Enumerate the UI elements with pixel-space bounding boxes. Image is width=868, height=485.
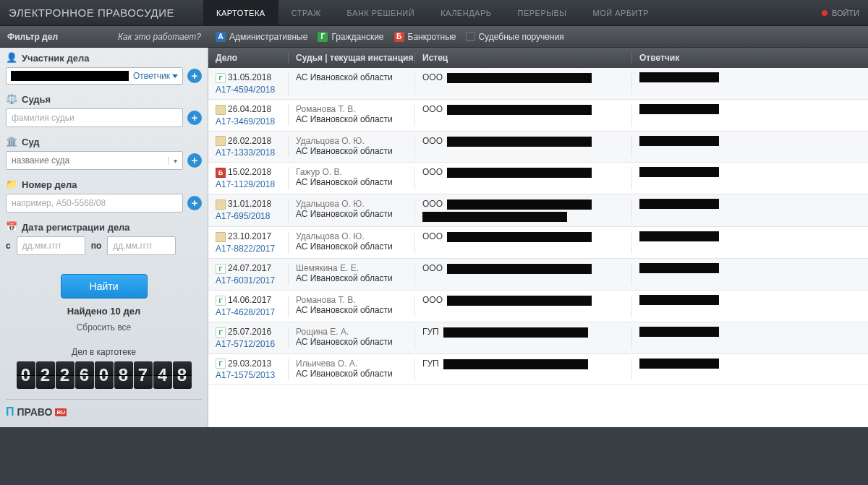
court-heading: Суд bbox=[22, 137, 40, 147]
caseno-input[interactable] bbox=[12, 198, 177, 208]
redacted-plaintiff bbox=[447, 232, 592, 242]
footer-logo[interactable]: П ПРАВО RU bbox=[6, 399, 202, 419]
col-otvetchik[interactable]: Ответчик bbox=[631, 53, 868, 63]
participant-input[interactable]: Ответчик bbox=[6, 67, 183, 85]
nav-strazh[interactable]: СТРАЖ bbox=[278, 0, 334, 26]
court-name: АС Ивановской области bbox=[296, 273, 414, 283]
col-delo[interactable]: Дело bbox=[208, 53, 288, 63]
filter-civil[interactable]: ГГражданские bbox=[318, 32, 383, 42]
calendar-icon: 📅 bbox=[6, 221, 17, 233]
case-number-link[interactable]: А17-4628/2017 bbox=[216, 307, 288, 317]
counter-digit: 0 bbox=[95, 361, 114, 389]
filter-orders[interactable]: Судебные поручения bbox=[466, 32, 563, 42]
judge-name: Удальцова О. Ю. bbox=[296, 199, 414, 209]
date-to-input[interactable] bbox=[113, 241, 170, 251]
case-type-icon: Г bbox=[216, 359, 226, 369]
court-icon: 🏛️ bbox=[6, 136, 17, 147]
redacted-plaintiff bbox=[447, 73, 592, 83]
add-caseno-button[interactable]: + bbox=[187, 196, 202, 210]
add-participant-button[interactable]: + bbox=[187, 69, 202, 83]
court-input[interactable] bbox=[7, 152, 168, 169]
court-name: АС Ивановской области bbox=[296, 369, 414, 379]
case-type-icon: Б bbox=[216, 168, 226, 178]
plaintiff-prefix: ГУП bbox=[422, 359, 439, 369]
column-headers: Дело Судья | текущая инстанция Истец Отв… bbox=[208, 48, 868, 68]
court-name: АС Ивановской области bbox=[296, 177, 414, 187]
plaintiff-prefix: ООО bbox=[422, 263, 443, 273]
redacted-plaintiff bbox=[443, 327, 588, 338]
plaintiff-prefix: ООО bbox=[422, 167, 443, 177]
case-type-icon: Г bbox=[216, 73, 226, 83]
case-counter: 022608748 bbox=[6, 361, 202, 389]
court-dropdown-icon[interactable]: ▾ bbox=[168, 157, 182, 165]
filter-admin[interactable]: ААдминистративные bbox=[216, 32, 307, 42]
redacted-plaintiff bbox=[447, 105, 592, 115]
participant-role-dropdown[interactable]: Ответчик bbox=[133, 71, 178, 81]
nav-moy[interactable]: МОЙ АРБИТР bbox=[580, 0, 663, 26]
table-row[interactable]: 26.04.2018А17-3469/2018Романова Т. В.АС … bbox=[208, 100, 868, 132]
redacted-plaintiff bbox=[447, 137, 592, 147]
redacted-defendant bbox=[639, 231, 719, 241]
case-number-link[interactable]: А17-695/2018 bbox=[216, 211, 288, 221]
redacted-defendant bbox=[639, 263, 719, 273]
case-number-link[interactable]: А17-1129/2018 bbox=[216, 179, 288, 189]
case-number-link[interactable]: А17-8822/2017 bbox=[216, 244, 288, 254]
reset-link[interactable]: Сбросить все bbox=[6, 322, 202, 332]
bank-badge-icon: Б bbox=[394, 32, 404, 42]
filter-bankrupt[interactable]: ББанкротные bbox=[394, 32, 456, 42]
gavel-icon: ⚖️ bbox=[6, 93, 17, 105]
plaintiff-prefix: ООО bbox=[422, 295, 443, 305]
plaintiff-prefix: ООО bbox=[422, 231, 443, 241]
case-number-link[interactable]: А17-1333/2018 bbox=[216, 147, 288, 158]
how-it-works-link[interactable]: Как это работает? bbox=[118, 32, 201, 42]
table-row[interactable]: 26.02.2018А17-1333/2018Удальцова О. Ю.АС… bbox=[208, 132, 868, 163]
court-name: АС Ивановской области bbox=[296, 209, 414, 219]
table-row[interactable]: Г24.07.2017А17-6031/2017Шемякина Е. Е.АС… bbox=[208, 259, 868, 291]
case-date: 23.10.2017 bbox=[228, 231, 271, 241]
redacted-defendant bbox=[639, 136, 719, 146]
case-number-link[interactable]: А17-5712/2016 bbox=[216, 339, 288, 349]
judge-name: Романова Т. В. bbox=[296, 104, 414, 114]
caseno-heading: Номер дела bbox=[22, 179, 77, 190]
table-row[interactable]: 31.01.2018А17-695/2018Удальцова О. Ю.АС … bbox=[208, 194, 868, 227]
table-row[interactable]: Г25.07.2016А17-5712/2016Рощина Е. А.АС И… bbox=[208, 322, 868, 354]
counter-digit: 2 bbox=[36, 361, 55, 389]
judge-input[interactable] bbox=[12, 113, 177, 123]
table-row[interactable]: Б15.02.2018А17-1129/2018Гажур О. В.АС Ив… bbox=[208, 163, 868, 194]
case-number-link[interactable]: А17-3469/2018 bbox=[216, 116, 288, 126]
case-type-icon: Г bbox=[216, 264, 226, 274]
table-row[interactable]: 23.10.2017А17-8822/2017Удальцова О. Ю.АС… bbox=[208, 227, 868, 259]
counter-digit: 2 bbox=[56, 361, 75, 389]
redacted-plaintiff bbox=[447, 199, 592, 210]
nav-kalendar[interactable]: КАЛЕНДАРЬ bbox=[427, 0, 504, 26]
sub-bar: Фильтр дел Как это работает? ААдминистра… bbox=[0, 26, 868, 48]
table-row[interactable]: Г31.05.2018А17-4594/2018АС Ивановской об… bbox=[208, 68, 868, 100]
redacted-defendant bbox=[639, 359, 719, 369]
judge-name: Романова Т. В. bbox=[296, 295, 414, 305]
participant-heading: Участник дела bbox=[22, 53, 89, 64]
case-number-link[interactable]: А17-4594/2018 bbox=[216, 85, 288, 95]
case-number-link[interactable]: А17-6031/2017 bbox=[216, 275, 288, 286]
judge-name: Ильичева О. А. bbox=[296, 359, 414, 369]
col-judge[interactable]: Судья | текущая инстанция bbox=[288, 53, 414, 63]
counter-digit: 8 bbox=[114, 361, 133, 389]
add-judge-button[interactable]: + bbox=[187, 111, 202, 125]
table-row[interactable]: Г14.06.2017А17-4628/2017Романова Т. В.АС… bbox=[208, 291, 868, 322]
civil-badge-icon: Г bbox=[318, 32, 328, 42]
plaintiff-prefix: ООО bbox=[422, 136, 443, 146]
login-button[interactable]: ВОЙТИ bbox=[822, 9, 859, 17]
counter-digit: 6 bbox=[75, 361, 94, 389]
case-number-link[interactable]: А17-1575/2013 bbox=[216, 370, 288, 380]
redacted-defendant bbox=[639, 295, 719, 305]
redacted-plaintiff bbox=[447, 168, 592, 178]
redacted-defendant bbox=[639, 72, 719, 82]
nav-bank[interactable]: БАНК РЕШЕНИЙ bbox=[334, 0, 428, 26]
search-button[interactable]: Найти bbox=[61, 274, 148, 299]
nav-pereryvy[interactable]: ПЕРЕРЫВЫ bbox=[504, 0, 579, 26]
judge-name: Шемякина Е. Е. bbox=[296, 263, 414, 273]
table-row[interactable]: Г29.03.2013А17-1575/2013Ильичева О. А.АС… bbox=[208, 354, 868, 386]
nav-kartoteka[interactable]: КАРТОТЕКА bbox=[203, 0, 278, 26]
col-istec[interactable]: Истец bbox=[414, 53, 631, 63]
date-from-input[interactable] bbox=[22, 241, 80, 251]
add-court-button[interactable]: + bbox=[187, 153, 202, 168]
